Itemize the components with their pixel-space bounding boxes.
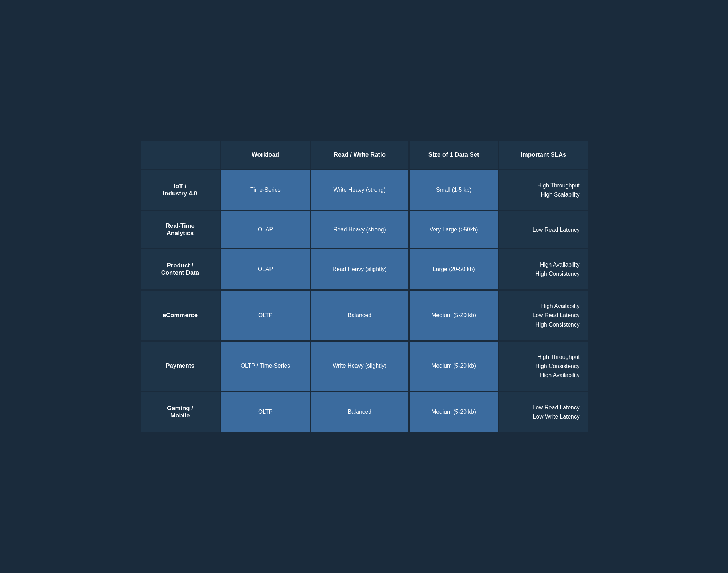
workload-payments: OLTP / Time-Series [221,342,309,391]
slas-ecommerce: High AvailabiltyLow Read LatencyHigh Con… [499,291,587,340]
table-row-realtime: Real-TimeAnalyticsOLAPRead Heavy (strong… [141,211,588,248]
header-rw-ratio: Read / Write Ratio [311,141,408,169]
slas-realtime: Low Read Latency [499,211,587,248]
header-slas: Important SLAs [499,141,587,169]
row-label-ecommerce: eCommerce [141,291,220,340]
workload-realtime: OLAP [221,211,309,248]
slas-product: High AvailabilityHigh Consistency [499,249,587,289]
slas-gaming: Low Read LatencyLow Write Latency [499,392,587,432]
rw-ratio-gaming: Balanced [311,392,408,432]
table-row-gaming: Gaming /MobileOLTPBalancedMedium (5-20 k… [141,392,588,432]
data-size-payments: Medium (5-20 kb) [410,342,498,391]
data-size-ecommerce: Medium (5-20 kb) [410,291,498,340]
table-row-product: Product /Content DataOLAPRead Heavy (sli… [141,249,588,289]
header-row: Workload Read / Write Ratio Size of 1 Da… [141,141,588,169]
rw-ratio-ecommerce: Balanced [311,291,408,340]
table-row-iot: IoT /Industry 4.0Time-SeriesWrite Heavy … [141,170,588,210]
slas-iot: High ThroughputHigh Scalability [499,170,587,210]
main-table-container: Workload Read / Write Ratio Size of 1 Da… [139,140,589,433]
row-label-payments: Payments [141,342,220,391]
comparison-table: Workload Read / Write Ratio Size of 1 Da… [139,140,589,433]
table-row-payments: PaymentsOLTP / Time-SeriesWrite Heavy (s… [141,342,588,391]
data-size-realtime: Very Large (>50kb) [410,211,498,248]
header-workload: Workload [221,141,309,169]
row-label-iot: IoT /Industry 4.0 [141,170,220,210]
rw-ratio-payments: Write Heavy (slightly) [311,342,408,391]
workload-ecommerce: OLTP [221,291,309,340]
workload-gaming: OLTP [221,392,309,432]
row-label-product: Product /Content Data [141,249,220,289]
slas-payments: High ThroughputHigh ConsistencyHigh Avai… [499,342,587,391]
table-row-ecommerce: eCommerceOLTPBalancedMedium (5-20 kb)Hig… [141,291,588,340]
rw-ratio-product: Read Heavy (slightly) [311,249,408,289]
data-size-product: Large (20-50 kb) [410,249,498,289]
workload-iot: Time-Series [221,170,309,210]
row-label-gaming: Gaming /Mobile [141,392,220,432]
rw-ratio-iot: Write Heavy (strong) [311,170,408,210]
header-category [141,141,220,169]
workload-product: OLAP [221,249,309,289]
rw-ratio-realtime: Read Heavy (strong) [311,211,408,248]
header-data-size: Size of 1 Data Set [410,141,498,169]
data-size-iot: Small (1-5 kb) [410,170,498,210]
row-label-realtime: Real-TimeAnalytics [141,211,220,248]
data-size-gaming: Medium (5-20 kb) [410,392,498,432]
